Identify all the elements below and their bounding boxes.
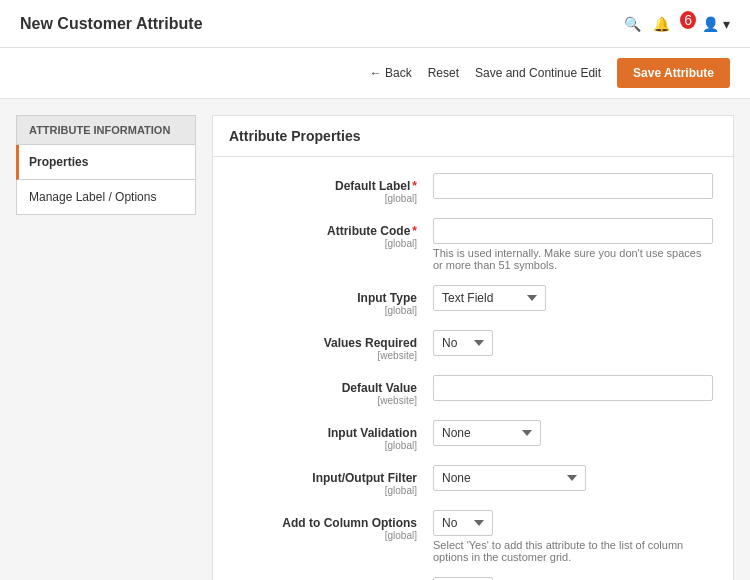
sidebar-item-manage-label[interactable]: Manage Label / Options [16,180,196,215]
sidebar-item-properties[interactable]: Properties [16,145,196,180]
top-bar-icons: 🔍 🔔 6 👤 ▾ [624,16,730,32]
add-to-column-hint: Select 'Yes' to add this attribute to th… [433,539,713,563]
default-label-scope: [global] [233,193,417,204]
input-type-scope: [global] [233,305,417,316]
values-required-label: Values Required [324,336,417,350]
form-row-attribute-code: Attribute Code* [global] This is used in… [233,218,713,271]
user-icon[interactable]: 👤 ▾ [702,16,730,32]
form-panel-title: Attribute Properties [213,116,733,157]
form-row-input-type: Input Type [global] Text Field Text Area… [233,285,713,316]
add-to-column-scope: [global] [233,530,417,541]
default-value-label: Default Value [342,381,417,395]
notifications-icon[interactable]: 🔔 6 [653,16,690,32]
sidebar: Attribute Information Properties Manage … [16,115,196,580]
form-body: Default Label* [global] Attribute Code* … [213,157,733,580]
search-icon[interactable]: 🔍 [624,16,641,32]
top-bar: New Customer Attribute 🔍 🔔 6 👤 ▾ [0,0,750,48]
required-marker: * [412,179,417,193]
required-marker2: * [412,224,417,238]
main-content: Attribute Information Properties Manage … [0,99,750,580]
default-label-input[interactable] [433,173,713,199]
back-link[interactable]: ← Back [370,66,412,80]
attribute-code-scope: [global] [233,238,417,249]
form-row-default-value: Default Value [website] [233,375,713,406]
add-to-column-label: Add to Column Options [282,516,417,530]
values-required-scope: [website] [233,350,417,361]
values-required-select[interactable]: No Yes [433,330,493,356]
form-row-input-validation: Input Validation [global] None Alphanume… [233,420,713,451]
form-row-values-required: Values Required [website] No Yes [233,330,713,361]
input-validation-select[interactable]: None Alphanumeric Numeric Only URL Email [433,420,541,446]
page-title: New Customer Attribute [20,15,203,33]
save-attribute-button[interactable]: Save Attribute [617,58,730,88]
notification-badge: 6 [680,11,696,29]
add-to-column-select[interactable]: No Yes [433,510,493,536]
input-validation-scope: [global] [233,440,417,451]
attribute-code-input[interactable] [433,218,713,244]
form-panel: Attribute Properties Default Label* [glo… [212,115,734,580]
sidebar-section-title: Attribute Information [16,115,196,145]
io-filter-select[interactable]: None Strip HTML Tags Escape HTML Entitie… [433,465,586,491]
io-filter-label: Input/Output Filter [312,471,417,485]
attribute-code-label: Attribute Code* [327,224,417,238]
default-value-input[interactable] [433,375,713,401]
attribute-code-hint: This is used internally. Make sure you d… [433,247,713,271]
reset-link[interactable]: Reset [428,66,459,80]
io-filter-scope: [global] [233,485,417,496]
action-bar: ← Back Reset Save and Continue Edit Save… [0,48,750,99]
input-type-select[interactable]: Text Field Text Area Date Yes/No Multipl… [433,285,546,311]
default-label-label: Default Label* [335,179,417,193]
input-validation-label: Input Validation [328,426,417,440]
input-type-label: Input Type [357,291,417,305]
form-row-io-filter: Input/Output Filter [global] None Strip … [233,465,713,496]
form-row-add-to-column: Add to Column Options [global] No Yes Se… [233,510,713,563]
form-row-default-label: Default Label* [global] [233,173,713,204]
save-continue-link[interactable]: Save and Continue Edit [475,66,601,80]
default-value-scope: [website] [233,395,417,406]
